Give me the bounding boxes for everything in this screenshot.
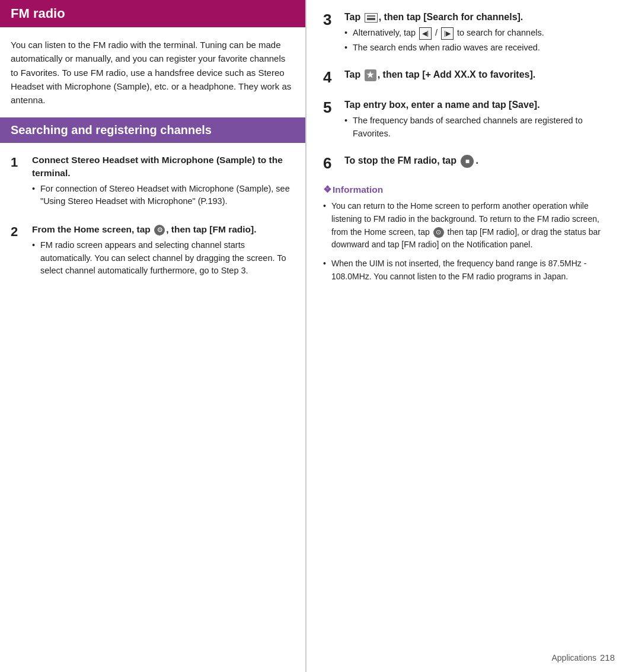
step-5: 5 Tap entry box, enter a name and tap [S… (323, 98, 615, 142)
step-4-content: Tap , then tap [+ Add XX.X to favorites]… (344, 68, 615, 84)
info-title: Information (323, 184, 615, 195)
step-1: 1 Connect Stereo Headset with Microphone… (11, 154, 295, 210)
step-2: 2 From the Home screen, tap , then tap [… (11, 223, 295, 279)
step-2-bullet-1: FM radio screen appears and selecting ch… (32, 239, 295, 278)
info-bullets: You can return to the Home screen to per… (323, 200, 615, 283)
star-icon (365, 69, 376, 81)
skip-fwd-icon: |▶ (441, 27, 454, 40)
step-6: 6 To stop the FM radio, tap . (323, 154, 615, 173)
step-1-content: Connect Stereo Headset with Microphone (… (32, 154, 295, 210)
step-1-number: 1 (11, 154, 32, 210)
step-3-content: Tap , then tap [Search for channels]. Al… (344, 11, 615, 56)
footer-page: 218 (600, 652, 615, 663)
step-1-bullets: For connection of Stereo Headset with Mi… (32, 183, 295, 209)
footer-label: Applications (551, 653, 596, 663)
step-3-bullet-2: The search ends when radio waves are rec… (344, 42, 615, 55)
right-column: 3 Tap , then tap [Search for channels]. … (306, 0, 629, 672)
step-3: 3 Tap , then tap [Search for channels]. … (323, 11, 615, 56)
step-1-title: Connect Stereo Headset with Microphone (… (32, 154, 295, 179)
step-3-bullets: Alternatively, tap ◀| / |▶ to search for… (344, 27, 615, 55)
step-1-bullet-1: For connection of Stereo Headset with Mi… (32, 183, 295, 209)
stop-icon (461, 155, 474, 168)
footer: Applications 218 (551, 652, 615, 663)
step-4: 4 Tap , then tap [+ Add XX.X to favorite… (323, 68, 615, 87)
info-bullet-1: You can return to the Home screen to per… (323, 200, 615, 251)
menu-icon (365, 13, 378, 23)
step-5-bullet-1: The frequency bands of searched channels… (344, 114, 615, 141)
step-3-bullet-1: Alternatively, tap ◀| / |▶ to search for… (344, 27, 615, 40)
step-3-number: 3 (323, 11, 344, 29)
skip-back-icon: ◀| (419, 27, 432, 40)
step-5-content: Tap entry box, enter a name and tap [Sav… (344, 98, 615, 142)
step-5-bullets: The frequency bands of searched channels… (344, 114, 615, 141)
search-registering-header: Searching and registering channels (0, 117, 305, 143)
fm-intro: You can listen to the FM radio with the … (0, 38, 305, 117)
step-5-title: Tap entry box, enter a name and tap [Sav… (344, 98, 615, 112)
step-6-content: To stop the FM radio, tap . (344, 154, 615, 171)
step-4-number: 4 (323, 68, 344, 87)
apps-icon-2 (433, 227, 444, 238)
left-column: FM radio You can listen to the FM radio … (0, 0, 306, 672)
step-5-number: 5 (323, 98, 344, 117)
step-2-title: From the Home screen, tap , then tap [FM… (32, 223, 295, 236)
step-2-number: 2 (11, 223, 32, 279)
step-6-number: 6 (323, 154, 344, 173)
apps-icon (154, 225, 165, 235)
info-bullet-2: When the UIM is not inserted, the freque… (323, 257, 615, 283)
left-steps: 1 Connect Stereo Headset with Microphone… (0, 154, 305, 279)
step-2-bullets: FM radio screen appears and selecting ch… (32, 239, 295, 278)
step-3-title: Tap , then tap [Search for channels]. (344, 11, 615, 24)
fm-radio-header: FM radio (0, 0, 305, 27)
step-6-title: To stop the FM radio, tap . (344, 154, 615, 168)
information-section: Information You can return to the Home s… (323, 184, 615, 283)
step-4-title: Tap , then tap [+ Add XX.X to favorites]… (344, 68, 615, 81)
step-2-content: From the Home screen, tap , then tap [FM… (32, 223, 295, 279)
